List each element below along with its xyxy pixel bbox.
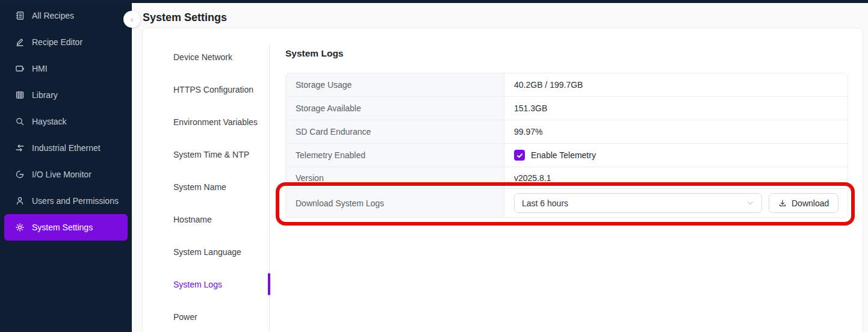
subnav-item-system-language[interactable]: System Language	[143, 236, 269, 268]
main-area: System Settings Device Network HTTPS Con…	[132, 0, 868, 332]
settings-card: Device Network HTTPS Configuration Envir…	[142, 28, 863, 332]
row-label: Storage Available	[286, 97, 504, 120]
settings-subnav: Device Network HTTPS Configuration Envir…	[143, 28, 269, 332]
subnav-item-https-configuration[interactable]: HTTPS Configuration	[143, 73, 269, 106]
subnav-item-label: System Name	[173, 182, 226, 192]
row-label: Storage Usage	[286, 73, 504, 96]
sidebar-item-label: I/O Live Monitor	[32, 170, 91, 179]
sidebar-item-label: System Settings	[32, 223, 93, 232]
sidebar-item-users-and-permissions[interactable]: Users and Permissions	[4, 188, 128, 214]
subnav-item-system-time-ntp[interactable]: System Time & NTP	[143, 138, 269, 171]
gear-icon	[15, 223, 25, 232]
section-heading: System Logs	[285, 48, 343, 59]
download-icon	[778, 199, 787, 208]
subnav-item-label: System Language	[173, 247, 241, 257]
log-range-select-value: Last 6 hours	[522, 198, 746, 208]
subnav-item-power[interactable]: Power	[143, 301, 269, 332]
checkmark-icon	[516, 152, 523, 159]
download-button[interactable]: Download	[769, 193, 839, 213]
table-row-telemetry-enabled: Telemetry Enabled Enable Telemetry	[286, 144, 848, 167]
sidebar-item-haystack[interactable]: Haystack	[4, 108, 128, 135]
sidebar-item-label: Recipe Editor	[32, 37, 82, 47]
subnav-item-device-network[interactable]: Device Network	[143, 41, 269, 73]
sidebar: All Recipes Recipe Editor HMI Library	[0, 0, 132, 332]
sidebar-item-recipe-editor[interactable]: Recipe Editor	[4, 29, 128, 55]
sidebar-item-io-live-monitor[interactable]: I/O Live Monitor	[4, 161, 128, 188]
subnav-item-label: System Time & NTP	[173, 150, 249, 159]
row-value: Last 6 hours Download	[504, 189, 848, 217]
sidebar-item-label: All Recipes	[32, 11, 74, 20]
sidebar-item-hmi[interactable]: HMI	[4, 55, 128, 82]
page-title: System Settings	[143, 11, 227, 24]
top-edge-strip	[0, 0, 868, 3]
chevron-down-icon	[746, 199, 754, 207]
subnav-item-label: Device Network	[173, 52, 232, 62]
row-value: 151.3GB	[504, 97, 848, 120]
enable-telemetry-checkbox[interactable]	[514, 150, 525, 161]
chevron-left-icon: ‹	[131, 14, 134, 24]
subnav-item-environment-variables[interactable]: Environment Variables	[143, 106, 269, 138]
sidebar-item-label: Industrial Ethernet	[32, 143, 101, 153]
table-row-version: Version v2025.8.1	[286, 167, 848, 189]
row-label: Download System Logs	[286, 189, 504, 217]
users-icon	[15, 196, 25, 206]
sidebar-item-library[interactable]: Library	[4, 82, 128, 108]
sidebar-item-all-recipes[interactable]: All Recipes	[4, 2, 128, 29]
sidebar-list: All Recipes Recipe Editor HMI Library	[0, 0, 132, 241]
subnav-active-indicator	[268, 273, 270, 295]
subnav-item-label: Power	[173, 312, 197, 322]
subnav-item-label: Hostname	[173, 215, 212, 224]
table-row-storage-usage: Storage Usage 40.2GB / 199.7GB	[286, 73, 848, 97]
subnav-item-system-logs[interactable]: System Logs	[143, 268, 269, 301]
ethernet-icon	[15, 143, 25, 153]
download-button-label: Download	[792, 198, 829, 208]
sidebar-item-label: Library	[32, 90, 58, 100]
grid-icon	[15, 90, 25, 100]
subnav-item-label: System Logs	[173, 280, 222, 289]
table-row-sd-card-endurance: SD Card Endurance 99.97%	[286, 120, 848, 144]
log-range-select[interactable]: Last 6 hours	[514, 193, 762, 213]
row-label: Telemetry Enabled	[286, 144, 504, 167]
row-value: 99.97%	[504, 120, 848, 143]
search-icon	[15, 117, 25, 126]
sidebar-item-label: HMI	[32, 64, 48, 73]
sidebar-item-label: Users and Permissions	[32, 196, 119, 206]
table-row-download-system-logs: Download System Logs Last 6 hours Downlo…	[286, 189, 848, 217]
table-row-storage-available: Storage Available 151.3GB	[286, 97, 848, 120]
subnav-item-hostname[interactable]: Hostname	[143, 203, 269, 236]
row-value: 40.2GB / 199.7GB	[504, 73, 848, 96]
row-label: Version	[286, 167, 504, 188]
monitor-icon	[15, 64, 25, 73]
pencil-icon	[15, 37, 25, 47]
subnav-item-label: Environment Variables	[173, 117, 258, 127]
sidebar-item-system-settings[interactable]: System Settings	[4, 214, 128, 241]
row-label: SD Card Endurance	[286, 120, 504, 143]
sidebar-collapse-button[interactable]: ‹	[123, 11, 140, 28]
checkbox-label: Enable Telemetry	[531, 150, 596, 160]
recipes-icon	[15, 11, 25, 20]
sidebar-item-label: Haystack	[32, 117, 67, 126]
subnav-item-label: HTTPS Configuration	[173, 85, 253, 94]
sidebar-item-industrial-ethernet[interactable]: Industrial Ethernet	[4, 135, 128, 161]
row-value: v2025.8.1	[504, 167, 848, 188]
system-logs-table: Storage Usage 40.2GB / 199.7GB Storage A…	[285, 73, 848, 218]
app-root: All Recipes Recipe Editor HMI Library	[0, 0, 868, 332]
subnav-item-system-name[interactable]: System Name	[143, 171, 269, 203]
io-monitor-icon	[15, 170, 25, 179]
row-value: Enable Telemetry	[504, 144, 848, 167]
settings-subnav-list: Device Network HTTPS Configuration Envir…	[143, 28, 269, 332]
